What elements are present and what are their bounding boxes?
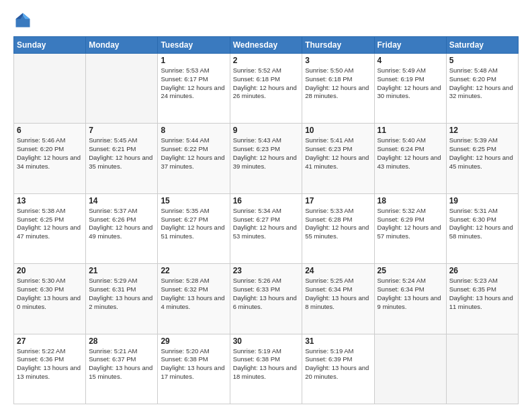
day-info: Sunrise: 5:31 AM Sunset: 6:30 PM Dayligh… xyxy=(449,207,515,241)
day-number: 3 xyxy=(305,56,371,65)
weekday-header-sunday: Sunday xyxy=(14,37,86,54)
day-info: Sunrise: 5:35 AM Sunset: 6:27 PM Dayligh… xyxy=(161,207,226,241)
day-info: Sunrise: 5:24 AM Sunset: 6:34 PM Dayligh… xyxy=(378,277,443,311)
day-info: Sunrise: 5:44 AM Sunset: 6:22 PM Dayligh… xyxy=(161,136,226,171)
day-cell: 10Sunrise: 5:41 AM Sunset: 6:23 PM Dayli… xyxy=(302,124,374,193)
day-cell: 27Sunrise: 5:22 AM Sunset: 6:36 PM Dayli… xyxy=(14,334,86,404)
day-info: Sunrise: 5:23 AM Sunset: 6:35 PM Dayligh… xyxy=(449,277,515,311)
day-cell: 29Sunrise: 5:20 AM Sunset: 6:38 PM Dayli… xyxy=(158,334,230,404)
day-number: 6 xyxy=(17,126,83,135)
day-number: 16 xyxy=(233,196,300,205)
day-cell: 3Sunrise: 5:50 AM Sunset: 6:18 PM Daylig… xyxy=(302,54,374,124)
weekday-header-monday: Monday xyxy=(86,37,158,54)
day-cell: 1Sunrise: 5:53 AM Sunset: 6:17 PM Daylig… xyxy=(158,54,230,124)
day-info: Sunrise: 5:22 AM Sunset: 6:36 PM Dayligh… xyxy=(17,347,83,381)
day-info: Sunrise: 5:28 AM Sunset: 6:32 PM Dayligh… xyxy=(161,277,226,311)
day-info: Sunrise: 5:26 AM Sunset: 6:33 PM Dayligh… xyxy=(233,277,300,311)
day-cell xyxy=(446,334,518,404)
day-number: 30 xyxy=(233,336,300,346)
page: SundayMondayTuesdayWednesdayThursdayFrid… xyxy=(0,0,532,411)
week-row-3: 13Sunrise: 5:38 AM Sunset: 6:25 PM Dayli… xyxy=(14,193,519,263)
day-number: 27 xyxy=(17,336,83,346)
day-number: 19 xyxy=(449,196,515,205)
day-number: 8 xyxy=(161,126,226,135)
day-cell: 25Sunrise: 5:24 AM Sunset: 6:34 PM Dayli… xyxy=(374,264,446,334)
day-number: 17 xyxy=(305,196,371,205)
weekday-header-friday: Friday xyxy=(374,37,446,54)
calendar: SundayMondayTuesdayWednesdayThursdayFrid… xyxy=(13,36,519,404)
day-cell: 5Sunrise: 5:48 AM Sunset: 6:20 PM Daylig… xyxy=(446,54,518,124)
day-info: Sunrise: 5:50 AM Sunset: 6:18 PM Dayligh… xyxy=(305,66,371,101)
day-number: 11 xyxy=(378,126,443,135)
day-info: Sunrise: 5:37 AM Sunset: 6:26 PM Dayligh… xyxy=(89,207,154,241)
day-info: Sunrise: 5:41 AM Sunset: 6:23 PM Dayligh… xyxy=(305,136,371,171)
day-info: Sunrise: 5:52 AM Sunset: 6:18 PM Dayligh… xyxy=(233,66,300,101)
week-row-5: 27Sunrise: 5:22 AM Sunset: 6:36 PM Dayli… xyxy=(14,334,519,404)
weekday-header-saturday: Saturday xyxy=(446,37,518,54)
day-cell: 21Sunrise: 5:29 AM Sunset: 6:31 PM Dayli… xyxy=(86,264,158,334)
day-info: Sunrise: 5:38 AM Sunset: 6:25 PM Dayligh… xyxy=(17,207,83,241)
day-cell: 17Sunrise: 5:33 AM Sunset: 6:28 PM Dayli… xyxy=(302,193,374,263)
day-number: 31 xyxy=(305,336,371,346)
logo xyxy=(13,11,35,30)
day-cell: 28Sunrise: 5:21 AM Sunset: 6:37 PM Dayli… xyxy=(86,334,158,404)
day-cell: 2Sunrise: 5:52 AM Sunset: 6:18 PM Daylig… xyxy=(230,54,302,124)
day-number: 10 xyxy=(305,126,371,135)
day-info: Sunrise: 5:32 AM Sunset: 6:29 PM Dayligh… xyxy=(378,207,443,241)
day-cell: 30Sunrise: 5:19 AM Sunset: 6:38 PM Dayli… xyxy=(230,334,302,404)
day-number: 9 xyxy=(233,126,300,135)
day-cell: 4Sunrise: 5:49 AM Sunset: 6:19 PM Daylig… xyxy=(374,54,446,124)
day-cell xyxy=(86,54,158,124)
day-info: Sunrise: 5:40 AM Sunset: 6:24 PM Dayligh… xyxy=(378,136,443,171)
day-cell: 19Sunrise: 5:31 AM Sunset: 6:30 PM Dayli… xyxy=(446,193,518,263)
day-number: 5 xyxy=(449,56,515,65)
day-cell: 23Sunrise: 5:26 AM Sunset: 6:33 PM Dayli… xyxy=(230,264,302,334)
day-info: Sunrise: 5:49 AM Sunset: 6:19 PM Dayligh… xyxy=(378,66,443,101)
day-info: Sunrise: 5:19 AM Sunset: 6:38 PM Dayligh… xyxy=(233,347,300,381)
day-cell: 11Sunrise: 5:40 AM Sunset: 6:24 PM Dayli… xyxy=(374,124,446,193)
weekday-header-tuesday: Tuesday xyxy=(158,37,230,54)
day-info: Sunrise: 5:53 AM Sunset: 6:17 PM Dayligh… xyxy=(161,66,226,101)
day-cell: 8Sunrise: 5:44 AM Sunset: 6:22 PM Daylig… xyxy=(158,124,230,193)
day-number: 13 xyxy=(17,196,83,205)
day-cell: 14Sunrise: 5:37 AM Sunset: 6:26 PM Dayli… xyxy=(86,193,158,263)
day-info: Sunrise: 5:19 AM Sunset: 6:39 PM Dayligh… xyxy=(305,347,371,381)
day-cell: 15Sunrise: 5:35 AM Sunset: 6:27 PM Dayli… xyxy=(158,193,230,263)
day-info: Sunrise: 5:33 AM Sunset: 6:28 PM Dayligh… xyxy=(305,207,371,241)
day-number: 22 xyxy=(161,266,226,275)
day-cell: 16Sunrise: 5:34 AM Sunset: 6:27 PM Dayli… xyxy=(230,193,302,263)
day-number: 26 xyxy=(449,266,515,275)
day-cell: 26Sunrise: 5:23 AM Sunset: 6:35 PM Dayli… xyxy=(446,264,518,334)
day-cell xyxy=(374,334,446,404)
day-cell: 7Sunrise: 5:45 AM Sunset: 6:21 PM Daylig… xyxy=(86,124,158,193)
week-row-1: 1Sunrise: 5:53 AM Sunset: 6:17 PM Daylig… xyxy=(14,54,519,124)
day-info: Sunrise: 5:25 AM Sunset: 6:34 PM Dayligh… xyxy=(305,277,371,311)
day-info: Sunrise: 5:43 AM Sunset: 6:23 PM Dayligh… xyxy=(233,136,300,171)
day-number: 12 xyxy=(449,126,515,135)
week-row-2: 6Sunrise: 5:46 AM Sunset: 6:20 PM Daylig… xyxy=(14,124,519,193)
week-row-4: 20Sunrise: 5:30 AM Sunset: 6:30 PM Dayli… xyxy=(14,264,519,334)
day-number: 28 xyxy=(89,336,154,346)
weekday-header-wednesday: Wednesday xyxy=(230,37,302,54)
day-number: 18 xyxy=(378,196,443,205)
day-info: Sunrise: 5:30 AM Sunset: 6:30 PM Dayligh… xyxy=(17,277,83,311)
day-number: 4 xyxy=(378,56,443,65)
day-number: 1 xyxy=(161,56,226,65)
day-info: Sunrise: 5:34 AM Sunset: 6:27 PM Dayligh… xyxy=(233,207,300,241)
day-number: 20 xyxy=(17,266,83,275)
day-cell: 18Sunrise: 5:32 AM Sunset: 6:29 PM Dayli… xyxy=(374,193,446,263)
day-cell: 12Sunrise: 5:39 AM Sunset: 6:25 PM Dayli… xyxy=(446,124,518,193)
header xyxy=(13,11,519,30)
day-info: Sunrise: 5:20 AM Sunset: 6:38 PM Dayligh… xyxy=(161,347,226,381)
day-number: 24 xyxy=(305,266,371,275)
day-number: 23 xyxy=(233,266,300,275)
day-cell: 13Sunrise: 5:38 AM Sunset: 6:25 PM Dayli… xyxy=(14,193,86,263)
day-cell: 24Sunrise: 5:25 AM Sunset: 6:34 PM Dayli… xyxy=(302,264,374,334)
day-number: 25 xyxy=(378,266,443,275)
day-cell: 9Sunrise: 5:43 AM Sunset: 6:23 PM Daylig… xyxy=(230,124,302,193)
day-cell: 31Sunrise: 5:19 AM Sunset: 6:39 PM Dayli… xyxy=(302,334,374,404)
day-cell: 6Sunrise: 5:46 AM Sunset: 6:20 PM Daylig… xyxy=(14,124,86,193)
day-cell xyxy=(14,54,86,124)
day-number: 2 xyxy=(233,56,300,65)
day-info: Sunrise: 5:29 AM Sunset: 6:31 PM Dayligh… xyxy=(89,277,154,311)
